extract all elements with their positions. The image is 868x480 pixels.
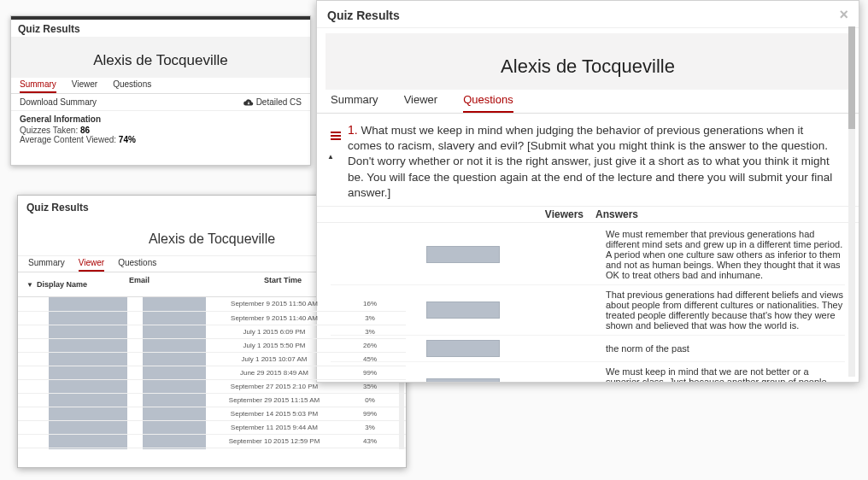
answer-row: That previous generations had different … (331, 285, 845, 336)
collapse-caret-icon[interactable] (327, 151, 334, 161)
subject-hero: Alexis de Tocqueville (326, 33, 850, 90)
summary-panel: Quiz Results Alexis de Tocqueville Summa… (10, 15, 311, 166)
tab-questions[interactable]: Questions (118, 258, 156, 272)
table-row[interactable]: September 10 2015 12:59 PM43% (18, 434, 406, 448)
tab-questions[interactable]: Questions (113, 79, 151, 93)
question-list-icon[interactable] (331, 124, 341, 140)
tabs-row: Summary Viewer Questions (317, 90, 859, 114)
tab-viewer[interactable]: Viewer (404, 93, 438, 113)
cell-start-time: September 27 2015 2:10 PM (214, 379, 334, 393)
hamburger-icon (331, 132, 341, 140)
sort-icon[interactable] (26, 280, 33, 289)
detailed-csv-label: Detailed CS (256, 97, 302, 107)
cell-start-time: September 29 2015 11:15 AM (214, 393, 334, 407)
question-row: 1. What must we keep in mind when judgin… (317, 114, 859, 206)
cloud-download-icon (243, 98, 254, 107)
answers-header-row: Viewers Answers (317, 206, 859, 223)
table-row[interactable]: July 1 2015 5:50 PM26% (18, 338, 406, 352)
answer-row: the norm of the past (331, 336, 845, 362)
subject-hero: Alexis de Tocqueville (11, 37, 310, 78)
general-info-heading: General Information (20, 114, 302, 124)
question-number: 1. (348, 123, 358, 137)
table-row[interactable]: July 1 2015 10:07 AM45% (18, 352, 406, 366)
modal-title: Quiz Results (327, 9, 400, 22)
cell-content-watched: 35% (334, 379, 406, 393)
cell-content-watched: 99% (334, 448, 406, 453)
cell-start-time: September 9 2015 11:40 AM (214, 311, 334, 325)
answer-text: We must remember that previous generatio… (606, 229, 845, 280)
detailed-csv-link[interactable]: Detailed CS (243, 97, 302, 107)
cell-content-watched: 99% (334, 366, 406, 379)
cell-start-time: September 9 2015 11:50 AM (214, 297, 334, 311)
subject-name: Alexis de Tocqueville (11, 52, 310, 69)
tab-summary[interactable]: Summary (331, 93, 378, 113)
cell-start-time: September 10 2015 12:59 PM (214, 434, 334, 448)
scrollbar[interactable] (848, 26, 855, 377)
answer-text: That previous generations had different … (606, 290, 845, 331)
answer-row: We must remember that previous generatio… (331, 225, 845, 285)
subject-name: Alexis de Tocqueville (326, 56, 850, 78)
tab-summary[interactable]: Summary (20, 79, 56, 93)
tabs-row: Summary Viewer Questions (11, 78, 310, 94)
avg-content-value: 74% (119, 135, 136, 144)
cell-start-time: July 1 2015 6:09 PM (214, 325, 334, 338)
viewer-chip[interactable] (426, 246, 500, 263)
tab-viewer[interactable]: Viewer (72, 79, 97, 93)
table-row[interactable]: June 29 2015 8:49 AM99% (18, 366, 406, 379)
col-display-name-label: Display Name (37, 280, 87, 289)
cell-content-watched: 3% (334, 311, 406, 325)
table-row[interactable]: September 27 2015 2:10 PM35% (18, 379, 406, 393)
table-row[interactable]: September 9 2015 11:50 AM16% (18, 297, 406, 311)
answer-row: We must keep in mind that we are not bet… (331, 362, 845, 383)
cell-start-time: September 11 2015 9:44 AM (214, 420, 334, 434)
scrollbar-thumb[interactable] (848, 26, 855, 129)
question-body: What must we keep in mind when judging t… (348, 124, 832, 199)
table-row[interactable]: September 12 2015 8:56 PM99% (18, 448, 406, 453)
cell-content-watched: 45% (334, 352, 406, 366)
table-row[interactable]: September 29 2015 11:15 AM0% (18, 393, 406, 407)
col-display-name[interactable]: Display Name (26, 276, 129, 293)
viewer-chip[interactable] (426, 301, 500, 319)
viewer-chip[interactable] (426, 378, 500, 383)
tab-summary[interactable]: Summary (28, 258, 65, 272)
question-text: 1. What must we keep in mind when judgin… (348, 122, 845, 201)
table-row[interactable]: September 9 2015 11:40 AM3% (18, 311, 406, 325)
table-body: September 9 2015 11:50 AM16%September 9 … (18, 297, 406, 453)
avg-content-label: Average Content Viewed: (20, 135, 116, 144)
col-email[interactable]: Email (129, 276, 223, 293)
tab-viewer[interactable]: Viewer (79, 258, 104, 272)
cell-content-watched: 3% (334, 325, 406, 338)
quizzes-taken-label: Quizzes Taken: (20, 126, 78, 135)
table-row[interactable]: September 14 2015 5:03 PM99% (18, 407, 406, 420)
cell-content-watched: 0% (334, 393, 406, 407)
quizzes-taken-line: Quizzes Taken: 86 (20, 126, 302, 135)
close-icon[interactable]: × (839, 6, 848, 24)
table-row[interactable]: September 11 2015 9:44 AM3% (18, 420, 406, 434)
cell-start-time: July 1 2015 10:07 AM (214, 352, 334, 366)
tab-questions[interactable]: Questions (463, 93, 513, 113)
answer-text: the norm of the past (606, 343, 845, 354)
modal-title: Quiz Results (26, 202, 89, 214)
download-row: Download Summary Detailed CS (11, 94, 310, 111)
general-info: General Information Quizzes Taken: 86 Av… (11, 111, 310, 148)
answer-text: We must keep in mind that we are not bet… (606, 366, 845, 383)
quizzes-taken-value: 86 (80, 126, 90, 135)
cell-content-watched: 99% (334, 407, 406, 420)
cell-content-watched: 26% (334, 338, 406, 352)
cell-start-time: September 12 2015 8:56 PM (214, 448, 334, 453)
cell-content-watched: 3% (334, 420, 406, 434)
cell-start-time: June 29 2015 8:49 AM (214, 366, 334, 379)
cell-content-watched: 43% (334, 434, 406, 448)
table-row[interactable]: July 1 2015 6:09 PM3% (18, 325, 406, 338)
col-answers: Answers (595, 208, 845, 220)
cell-start-time: July 1 2015 5:50 PM (214, 338, 334, 352)
download-summary-link[interactable]: Download Summary (20, 97, 97, 107)
avg-content-line: Average Content Viewed: 74% (20, 135, 302, 144)
cell-start-time: September 14 2015 5:03 PM (214, 407, 334, 420)
viewer-chip[interactable] (426, 340, 500, 357)
cell-content-watched: 16% (334, 297, 406, 311)
col-viewers: Viewers (331, 208, 595, 220)
modal-title: Quiz Results (11, 20, 310, 37)
